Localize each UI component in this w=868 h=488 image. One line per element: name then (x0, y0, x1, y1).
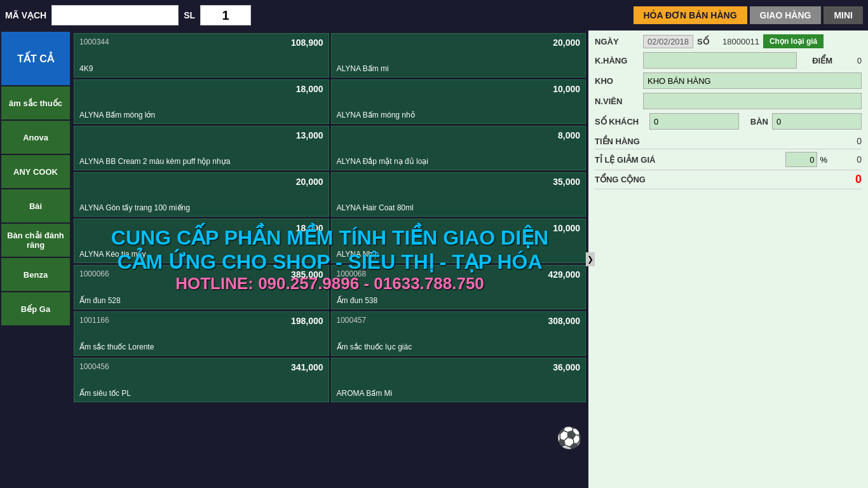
ti-le-input[interactable] (785, 152, 817, 167)
product-name: AROMA Bấm Mi (337, 389, 581, 398)
sidebar-item-benza[interactable]: Benza (1, 258, 70, 291)
product-price: 385,000 (291, 269, 323, 280)
ti-le-amount: 0 (843, 154, 862, 165)
sidebar-item-bep-ga[interactable]: Bếp Ga (1, 292, 70, 325)
product-price: 341,000 (291, 362, 323, 372)
main-layout: TẤT CẢ âm sắc thuốc Anova ANY COOK Bài B… (0, 30, 868, 488)
ngay-value: 02/02/2018 (643, 35, 693, 48)
scroll-right-arrow[interactable]: ❯ (586, 252, 595, 266)
giao-hang-button[interactable]: GIAO HÀNG (750, 6, 822, 24)
product-card[interactable]: 10,000 ALYNA Nhíp (331, 219, 587, 263)
product-price: 8,000 (558, 130, 580, 140)
product-name: ALYNA Gòn tấy trang 100 miếng (79, 203, 323, 212)
product-name: Ấm đun 538 (337, 296, 581, 305)
sidebar-item-bai[interactable]: Bài (1, 189, 70, 222)
product-card[interactable]: 1000068 429,000 Ấm đun 538 (331, 265, 587, 309)
so-value: 18000011 (722, 37, 759, 46)
top-bar: MÃ VẠCH SL HÓA ĐƠN BÁN HÀNG GIAO HÀNG MI… (0, 0, 868, 30)
sidebar-item-tatca[interactable]: TẤT CẢ (1, 32, 70, 85)
sidebar-item-any-cook[interactable]: ANY COOK (1, 155, 70, 188)
khang-label: K.HÀNG (595, 56, 639, 65)
product-card[interactable]: 36,000 AROMA Bấm Mi (331, 358, 587, 402)
khang-input[interactable] (643, 52, 797, 69)
product-price: 10,000 (553, 84, 580, 94)
sidebar: TẤT CẢ âm sắc thuốc Anova ANY COOK Bài B… (0, 30, 71, 488)
sidebar-item-anova[interactable]: Anova (1, 121, 70, 154)
ban-label: BÀN (743, 117, 768, 126)
tien-hang-label: TIỀN HÀNG (595, 137, 640, 146)
product-card[interactable]: 1000457 308,000 Ấm sắc thuốc lục giác (331, 311, 587, 356)
mini-button[interactable]: MINI (824, 6, 863, 24)
sidebar-item-am-sac-thuoc[interactable]: âm sắc thuốc (1, 86, 70, 119)
product-card[interactable]: 8,000 ALYNA Đắp mặt nạ đủ loại (331, 126, 587, 170)
right-panel-top: NGÀY 02/02/2018 SỐ 18000011 Chọn loại gi… (588, 30, 868, 488)
tong-cong-label: TỔNG CỘNG (595, 175, 646, 184)
kho-label: KHO (595, 76, 639, 86)
product-price: 35,000 (553, 177, 580, 187)
product-card[interactable]: 20,000 ALYNA Gòn tấy trang 100 miếng (74, 172, 329, 217)
product-price: 18,000 (296, 223, 323, 233)
product-price: 13,000 (296, 130, 323, 140)
product-card[interactable]: 18,000 ALYNA Kéo tia mày (74, 219, 329, 263)
product-card[interactable]: 13,000 ALYNA BB Cream 2 màu kèm puff hộp… (74, 126, 329, 170)
product-card[interactable]: 35,000 ALYNA Hair Coat 80ml (331, 172, 587, 217)
ban-input[interactable] (772, 113, 862, 130)
product-name: ALYNA BB Cream 2 màu kèm puff hộp nhựa (79, 157, 323, 166)
product-id: 1000068 (337, 269, 367, 278)
tien-hang-row: TIỀN HÀNG 0 (595, 133, 862, 149)
product-card[interactable]: 20,000 ALYNA Bấm mi (331, 33, 587, 78)
product-price: 108,900 (291, 37, 323, 48)
ti-le-row: TỈ LỆ GIẢM GIÁ % 0 (595, 149, 862, 170)
so-label: SỐ (697, 37, 716, 46)
product-name: Ấm đun 528 (79, 296, 323, 305)
product-card[interactable]: 18,000 ALYNA Bấm móng lớn (74, 79, 329, 124)
sl-input[interactable] (200, 5, 251, 25)
ma-vach-input[interactable] (51, 5, 179, 25)
product-id: 1000457 (337, 316, 367, 325)
top-right-buttons: HÓA ĐƠN BÁN HÀNG GIAO HÀNG MINI (634, 6, 864, 24)
ti-le-controls: % 0 (785, 152, 862, 167)
product-card[interactable]: 10,000 ALYNA Bấm móng nhỏ (331, 79, 587, 124)
product-name: ALYNA Kéo tia mày (79, 250, 323, 259)
product-name: ALYNA Bấm móng lớn (79, 111, 323, 119)
product-grid: 1000344 108,900 4K9 20,000 ALYNA Bấm mi … (72, 32, 587, 403)
nvien-label: N.VIÊN (595, 97, 639, 106)
product-name: ALYNA Bấm móng nhỏ (337, 111, 581, 119)
pct-symbol: % (820, 155, 827, 165)
product-card[interactable]: 1000344 108,900 4K9 (74, 33, 329, 78)
nvien-row: N.VIÊN (595, 93, 862, 109)
product-price: 10,000 (553, 223, 580, 233)
tong-cong-row: TỔNG CỘNG 0 (595, 170, 862, 189)
tien-hang-value: 0 (857, 136, 862, 146)
product-name: ALYNA Hair Coat 80ml (337, 203, 581, 212)
right-panel: NGÀY 02/02/2018 SỐ 18000011 Chọn loại gi… (588, 30, 868, 488)
product-card[interactable]: 1000456 341,000 Ấm siêu tốc PL (74, 358, 329, 402)
product-price: 429,000 (548, 269, 580, 280)
product-price: 36,000 (553, 362, 580, 372)
sidebar-item-ban-chai[interactable]: Bàn chải đánh răng (1, 224, 70, 257)
product-id: 1000456 (79, 362, 109, 371)
product-card[interactable]: 1000066 385,000 Ấm đun 528 (74, 265, 329, 309)
so-khach-input[interactable] (649, 113, 739, 130)
product-id: 1001166 (79, 316, 109, 325)
product-price: 308,000 (548, 316, 580, 326)
product-price: 198,000 (291, 316, 323, 326)
ngay-label: NGÀY (595, 37, 639, 46)
kho-row: KHO KHO BÁN HÀNG (595, 72, 862, 89)
product-price: 18,000 (296, 84, 323, 94)
product-id: 1000344 (79, 37, 109, 46)
sokhach-row: SỐ KHÁCH BÀN (595, 113, 862, 130)
ti-le-label: TỈ LỆ GIẢM GIÁ (595, 155, 655, 165)
sl-label: SL (184, 10, 195, 20)
product-name: ALYNA Bấm mi (337, 64, 581, 73)
nvien-input[interactable] (643, 93, 862, 109)
product-name: Ấm sắc thuốc lục giác (337, 342, 581, 351)
product-price: 20,000 (553, 37, 580, 48)
diem-value: 0 (836, 56, 862, 65)
product-name: ALYNA Nhíp (337, 250, 581, 259)
hoa-don-button[interactable]: HÓA ĐƠN BÁN HÀNG (634, 6, 747, 24)
product-card[interactable]: 1001166 198,000 Ấm sắc thuốc Lorente (74, 311, 329, 356)
chon-loai-gia-button[interactable]: Chọn loại giá (763, 34, 824, 48)
diem-label: ĐIỂM (801, 56, 832, 65)
tong-cong-value: 0 (855, 173, 862, 186)
